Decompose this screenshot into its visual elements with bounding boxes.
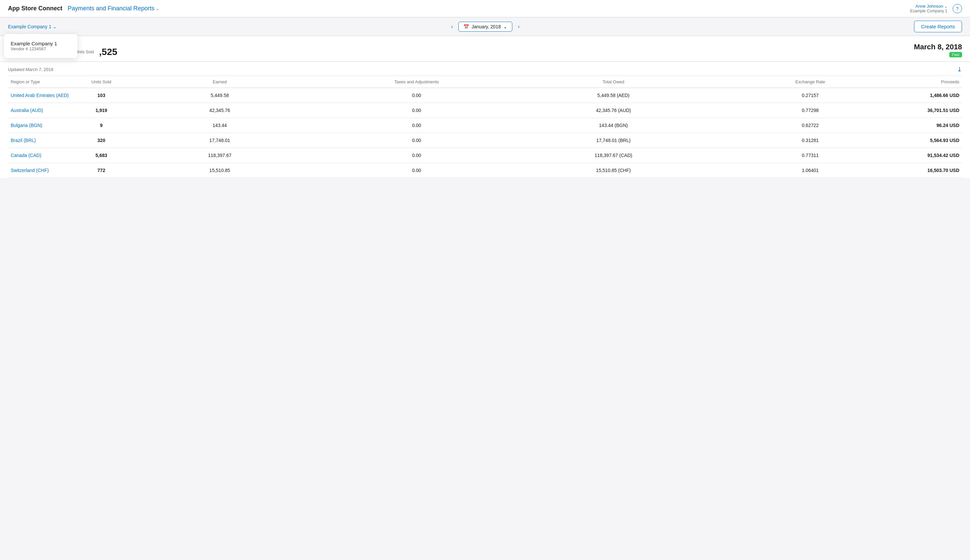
units-cell: 1,919: [81, 108, 121, 113]
proceeds-cell: 36,701.51 USD: [909, 108, 962, 113]
exchange-rate-cell: 0.31281: [712, 138, 909, 143]
earned-cell: 15,510.85: [121, 168, 318, 173]
total-owed-cell: 15,510.85 (CHF): [515, 168, 712, 173]
section-title-chevron: ⌄: [156, 6, 159, 11]
user-dropdown-chevron: ⌄: [944, 4, 947, 8]
region-link[interactable]: Australia (AUD): [11, 108, 43, 113]
company-dropdown-item[interactable]: Example Company 1 Vendor # 1234567: [11, 39, 71, 53]
section-title[interactable]: Payments and Financial Reports ⌄: [68, 5, 159, 12]
region-cell[interactable]: Canada (CAD): [8, 153, 81, 158]
total-owed-cell: 17,748.01 (BRL): [515, 138, 712, 143]
total-owed-cell: 42,345.76 (AUD): [515, 108, 712, 113]
region-link[interactable]: United Arab Emirates (AED): [11, 93, 69, 98]
create-reports-button[interactable]: Create Reports: [914, 21, 962, 32]
updated-row: Updated March 7, 2018 ⤓: [8, 62, 962, 76]
top-bar: App Store Connect Payments and Financial…: [0, 0, 970, 17]
app-name: App Store Connect: [8, 5, 62, 12]
earned-cell: 118,397.67: [121, 153, 318, 158]
top-bar-left: App Store Connect Payments and Financial…: [8, 5, 159, 12]
download-icon[interactable]: ⤓: [957, 66, 962, 73]
table-body: United Arab Emirates (AED) 103 5,449.58 …: [8, 88, 962, 178]
units-cell: 103: [81, 93, 121, 98]
table-header: Region or Type Units Sold Earned Taxes a…: [8, 76, 962, 88]
date-label: January, 2018: [472, 24, 501, 29]
company-selector-label: Example Company 1: [8, 24, 51, 29]
company-name: Example Company 1: [910, 9, 947, 13]
dropdown-company-name: Example Company 1: [11, 41, 71, 46]
exchange-rate-cell: 0.27157: [712, 93, 909, 98]
units-cell: 772: [81, 168, 121, 173]
taxes-cell: 0.00: [318, 153, 515, 158]
col-header-units: Units Sold: [81, 79, 121, 84]
region-link[interactable]: Brazil (BRL): [11, 138, 36, 143]
col-header-taxes: Taxes and Adjustments: [318, 79, 515, 84]
table-row: United Arab Emirates (AED) 103 5,449.58 …: [8, 88, 962, 103]
nav-controls: ‹ 📅 January, 2018 ⌄ ›: [448, 22, 522, 32]
taxes-cell: 0.00: [318, 108, 515, 113]
paid-badge: Paid: [949, 52, 962, 57]
payment-date: March 8, 2018: [914, 43, 962, 51]
col-header-total-owed: Total Owed: [515, 79, 712, 84]
date-chevron: ⌄: [503, 24, 507, 29]
user-info: Anne Johnson ⌄ Example Company 1: [910, 4, 947, 13]
proceeds-cell: 91,534.42 USD: [909, 153, 962, 158]
earned-cell: 143.44: [121, 123, 318, 128]
user-name-text: Anne Johnson: [915, 4, 943, 9]
col-header-region: Region or Type: [8, 79, 81, 84]
region-cell[interactable]: Brazil (BRL): [8, 138, 81, 143]
help-button[interactable]: ?: [953, 4, 962, 13]
table-row: Brazil (BRL) 320 17,748.01 0.00 17,748.0…: [8, 133, 962, 148]
exchange-rate-cell: 0.77311: [712, 153, 909, 158]
total-amount: ,525: [99, 47, 117, 57]
table-row: Australia (AUD) 1,919 42,345.76 0.00 42,…: [8, 103, 962, 118]
region-link[interactable]: Bulgaria (BGN): [11, 123, 42, 128]
earned-cell: 5,449.58: [121, 93, 318, 98]
region-link[interactable]: Switzerland (CHF): [11, 168, 49, 173]
calendar-icon: 📅: [463, 24, 469, 29]
taxes-cell: 0.00: [318, 93, 515, 98]
units-cell: 5,683: [81, 153, 121, 158]
col-header-proceeds: Proceeds: [909, 79, 962, 84]
proceeds-cell: 5,564.93 USD: [909, 138, 962, 143]
total-owed-cell: 5,449.58 (AED): [515, 93, 712, 98]
exchange-rate-cell: 1.06401: [712, 168, 909, 173]
taxes-cell: 0.00: [318, 123, 515, 128]
region-cell[interactable]: Bulgaria (BGN): [8, 123, 81, 128]
col-header-exchange: Exchange Rate: [712, 79, 909, 84]
exchange-rate-cell: 0.62722: [712, 123, 909, 128]
earned-cell: 42,345.76: [121, 108, 318, 113]
company-selector[interactable]: Example Company 1 ⌄: [8, 24, 57, 29]
company-dropdown-popup: Example Company 1 Vendor # 1234567: [4, 34, 77, 58]
region-cell[interactable]: United Arab Emirates (AED): [8, 93, 81, 98]
top-bar-right: Anne Johnson ⌄ Example Company 1 ?: [910, 4, 962, 13]
next-period-button[interactable]: ›: [515, 22, 522, 31]
table-row: Switzerland (CHF) 772 15,510.85 0.00 15,…: [8, 163, 962, 178]
table-row: Canada (CAD) 5,683 118,397.67 0.00 118,3…: [8, 148, 962, 163]
sub-header: Example Company 1 ⌄ Example Company 1 Ve…: [0, 17, 970, 36]
taxes-cell: 0.00: [318, 168, 515, 173]
proceeds-cell: 1,486.66 USD: [909, 93, 962, 98]
company-selector-chevron: ⌄: [53, 24, 57, 29]
total-owed-cell: 143.44 (BGN): [515, 123, 712, 128]
summary-right: March 8, 2018 Paid: [914, 43, 962, 57]
table-row: Bulgaria (BGN) 9 143.44 0.00 143.44 (BGN…: [8, 118, 962, 133]
units-cell: 9: [81, 123, 121, 128]
region-cell[interactable]: Switzerland (CHF): [8, 168, 81, 173]
user-name[interactable]: Anne Johnson ⌄: [910, 4, 947, 9]
exchange-rate-cell: 0.77298: [712, 108, 909, 113]
units-cell: 320: [81, 138, 121, 143]
updated-text: Updated March 7, 2018: [8, 67, 53, 72]
proceeds-cell: 96.24 USD: [909, 123, 962, 128]
section-title-text: Payments and Financial Reports: [68, 5, 154, 12]
earned-cell: 17,748.01: [121, 138, 318, 143]
dropdown-vendor: Vendor # 1234567: [11, 46, 71, 51]
col-header-earned: Earned: [121, 79, 318, 84]
date-picker-button[interactable]: 📅 January, 2018 ⌄: [458, 22, 513, 32]
region-cell[interactable]: Australia (AUD): [8, 108, 81, 113]
taxes-cell: 0.00: [318, 138, 515, 143]
prev-period-button[interactable]: ‹: [448, 22, 455, 31]
total-owed-cell: 118,397.67 (CAD): [515, 153, 712, 158]
proceeds-cell: 16,503.70 USD: [909, 168, 962, 173]
region-link[interactable]: Canada (CAD): [11, 153, 41, 158]
table-section: Updated March 7, 2018 ⤓ Region or Type U…: [0, 62, 970, 178]
